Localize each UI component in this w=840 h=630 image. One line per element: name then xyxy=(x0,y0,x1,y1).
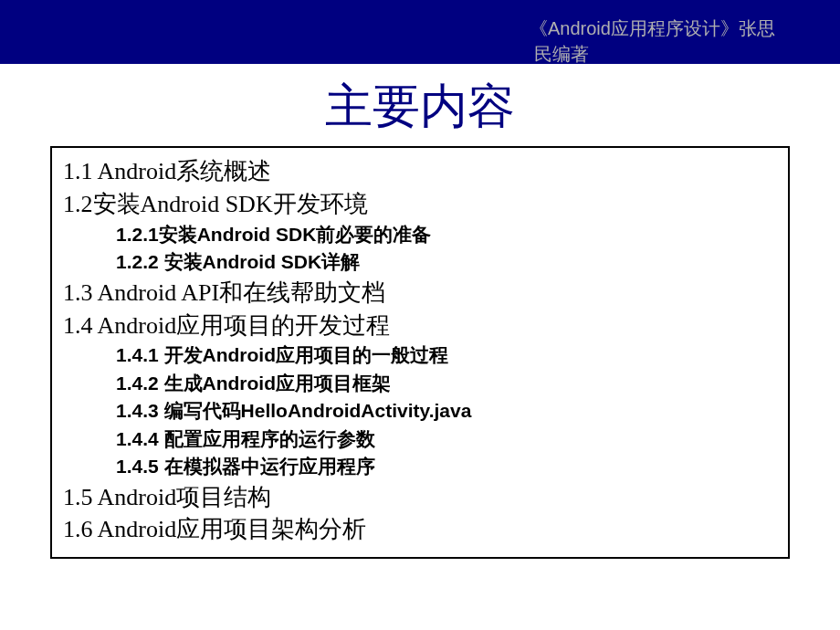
toc-subsection-1-2-1: 1.2.1安装Android SDK前必要的准备 xyxy=(116,221,777,248)
toc-section-1-2: 1.2安装Android SDK开发环境 xyxy=(63,188,777,221)
header-book-title: 《Android应用程序设计》张思 xyxy=(530,16,775,41)
toc-section-1-6: 1.6 Android应用项目架构分析 xyxy=(63,513,777,546)
header-bar: 《Android应用程序设计》张思 民编著 xyxy=(0,0,840,64)
page-title: 主要内容 xyxy=(0,75,840,139)
toc-section-1-5: 1.5 Android项目结构 xyxy=(63,481,777,514)
toc-subsection-1-4-3: 1.4.3 编写代码HelloAndroidActivity.java xyxy=(116,397,777,425)
toc-subsection-1-4-4: 1.4.4 配置应用程序的运行参数 xyxy=(116,425,777,453)
toc-subsection-1-4-1: 1.4.1 开发Android应用项目的一般过程 xyxy=(116,341,777,369)
toc-subsection-1-2-2: 1.2.2 安装Android SDK详解 xyxy=(116,248,777,276)
header-author: 民编著 xyxy=(534,42,589,67)
toc-subsection-1-4-5: 1.4.5 在模拟器中运行应用程序 xyxy=(116,453,777,480)
toc-subsection-1-4-2: 1.4.2 生成Android应用项目框架 xyxy=(116,370,777,397)
toc-section-1-3: 1.3 Android API和在线帮助文档 xyxy=(63,277,777,310)
toc-section-1-4: 1.4 Android应用项目的开发过程 xyxy=(63,310,777,342)
toc-section-1-1: 1.1 Android系统概述 xyxy=(63,155,777,188)
toc-box: 1.1 Android系统概述 1.2安装Android SDK开发环境 1.2… xyxy=(50,146,790,559)
